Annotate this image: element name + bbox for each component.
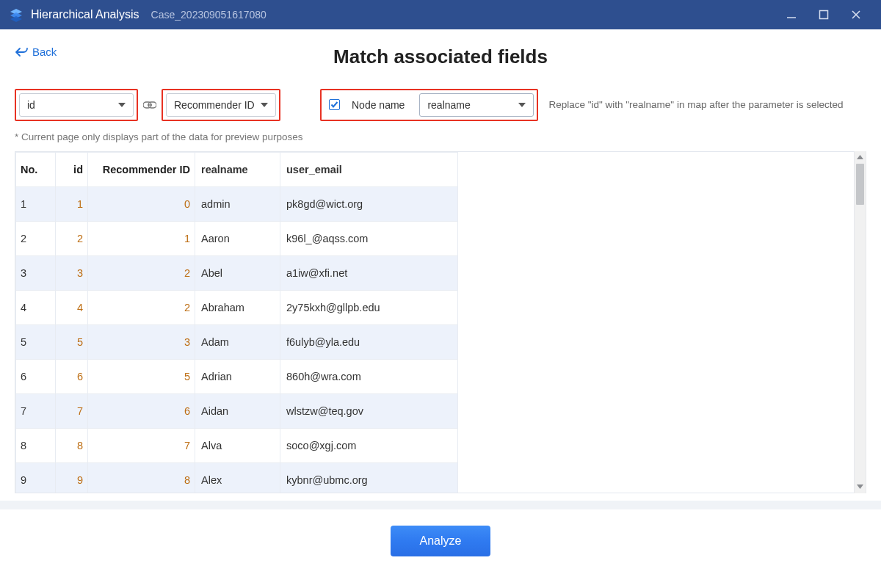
- cell-no: 9: [16, 462, 56, 493]
- cell-no: 3: [16, 255, 56, 290]
- highlight-nodename-group: Node name realname: [320, 89, 538, 121]
- table-row[interactable]: 665Adrian860h@wra.com: [16, 359, 458, 393]
- section-separator: [0, 501, 881, 509]
- cell-no: 1: [16, 186, 56, 221]
- th-no[interactable]: No.: [16, 152, 56, 186]
- svg-marker-7: [118, 103, 126, 107]
- table-row[interactable]: 110adminpk8gd@wict.org: [16, 186, 458, 221]
- cell-email: f6ulyb@yla.edu: [280, 324, 458, 359]
- cell-email: k96l_@aqss.com: [280, 221, 458, 255]
- cell-rec: 1: [88, 221, 195, 255]
- cell-realname: Abraham: [195, 290, 280, 324]
- svg-marker-11: [857, 484, 863, 489]
- th-rec[interactable]: Recommender ID: [88, 152, 195, 186]
- cell-email: 2y75kxh@gllpb.edu: [280, 290, 458, 324]
- cell-rec: 2: [88, 290, 195, 324]
- cell-id: 5: [56, 324, 88, 359]
- minimize-button[interactable]: [775, 0, 808, 29]
- cell-realname: Alex: [195, 462, 280, 493]
- cell-rec: 7: [88, 428, 195, 462]
- cell-id: 6: [56, 359, 88, 393]
- caret-down-icon: [261, 103, 268, 107]
- th-id[interactable]: id: [56, 152, 88, 186]
- cell-email: soco@xgj.com: [280, 428, 458, 462]
- cell-email: kybnr@ubmc.org: [280, 462, 458, 493]
- cell-no: 2: [16, 221, 56, 255]
- cell-no: 5: [16, 324, 56, 359]
- cell-rec: 0: [88, 186, 195, 221]
- cell-no: 8: [16, 428, 56, 462]
- app-logo-icon: [9, 7, 23, 22]
- th-realname[interactable]: realname: [195, 152, 280, 186]
- recommender-select-value: Recommender ID: [174, 99, 255, 111]
- cell-email: wlstzw@teq.gov: [280, 393, 458, 428]
- svg-marker-9: [518, 103, 526, 107]
- cell-id: 8: [56, 428, 88, 462]
- scrollbar-thumb[interactable]: [856, 164, 864, 205]
- caret-down-icon: [118, 103, 126, 107]
- table-row[interactable]: 221Aaronk96l_@aqss.com: [16, 221, 458, 255]
- table-row[interactable]: 553Adamf6ulyb@yla.edu: [16, 324, 458, 359]
- cell-rec: 3: [88, 324, 195, 359]
- cell-realname: Aaron: [195, 221, 280, 255]
- node-name-checkbox-label: Node name: [352, 99, 405, 111]
- cell-rec: 5: [88, 359, 195, 393]
- table-row[interactable]: 998Alexkybnr@ubmc.org: [16, 462, 458, 493]
- preview-note: * Current page only displays part of the…: [15, 131, 866, 142]
- table-row[interactable]: 332Abela1iw@xfi.net: [16, 255, 458, 290]
- cell-id: 3: [56, 255, 88, 290]
- cell-realname: admin: [195, 186, 280, 221]
- highlight-rec-select: Recommender ID: [162, 89, 280, 121]
- case-label: Case_202309051617080: [151, 9, 267, 21]
- vertical-scrollbar[interactable]: [854, 151, 866, 493]
- cell-no: 4: [16, 290, 56, 324]
- table-row[interactable]: 776Aidanwlstzw@teq.gov: [16, 393, 458, 428]
- node-name-help-text: Replace "id" with "realname" in map afte…: [548, 99, 843, 110]
- cell-email: 860h@wra.com: [280, 359, 458, 393]
- cell-realname: Alva: [195, 428, 280, 462]
- footer: Analyze: [15, 509, 866, 573]
- node-name-select[interactable]: realname: [419, 93, 534, 117]
- node-name-select-value: realname: [427, 99, 470, 111]
- cell-id: 9: [56, 462, 88, 493]
- table-row[interactable]: 887Alvasoco@xgj.com: [16, 428, 458, 462]
- field-controls: id Recommender ID Node: [15, 89, 866, 121]
- back-arrow-icon: [15, 47, 28, 57]
- cell-rec: 6: [88, 393, 195, 428]
- data-table: No. id Recommender ID realname user_emai…: [15, 152, 458, 493]
- link-chain-icon: [138, 101, 162, 109]
- cell-id: 7: [56, 393, 88, 428]
- analyze-button[interactable]: Analyze: [391, 526, 490, 556]
- back-link[interactable]: Back: [15, 46, 57, 58]
- id-select[interactable]: id: [19, 93, 134, 117]
- page-title: Match associated fields: [15, 46, 866, 68]
- close-button[interactable]: [840, 0, 872, 29]
- cell-realname: Adrian: [195, 359, 280, 393]
- back-label: Back: [32, 46, 57, 58]
- cell-id: 2: [56, 221, 88, 255]
- scrollbar-down-arrow-icon[interactable]: [855, 481, 866, 493]
- data-table-container: No. id Recommender ID realname user_emai…: [15, 151, 866, 493]
- svg-marker-2: [10, 16, 22, 22]
- table-row[interactable]: 442Abraham2y75kxh@gllpb.edu: [16, 290, 458, 324]
- recommender-select[interactable]: Recommender ID: [166, 93, 276, 117]
- cell-id: 4: [56, 290, 88, 324]
- cell-email: a1iw@xfi.net: [280, 255, 458, 290]
- cell-no: 6: [16, 359, 56, 393]
- highlight-id-select: id: [15, 89, 138, 121]
- svg-marker-10: [857, 155, 863, 159]
- cell-realname: Adam: [195, 324, 280, 359]
- scrollbar-track[interactable]: [855, 164, 866, 481]
- node-name-checkbox[interactable]: [329, 99, 340, 110]
- th-email[interactable]: user_email: [280, 152, 458, 186]
- cell-no: 7: [16, 393, 56, 428]
- cell-rec: 8: [88, 462, 195, 493]
- caret-down-icon: [518, 103, 526, 107]
- maximize-button[interactable]: [808, 0, 840, 29]
- scrollbar-up-arrow-icon[interactable]: [855, 151, 866, 164]
- cell-realname: Abel: [195, 255, 280, 290]
- svg-marker-8: [261, 103, 268, 107]
- app-title: Hierarchical Analysis: [31, 8, 139, 21]
- svg-rect-4: [820, 11, 828, 19]
- titlebar: Hierarchical Analysis Case_2023090516170…: [0, 0, 881, 29]
